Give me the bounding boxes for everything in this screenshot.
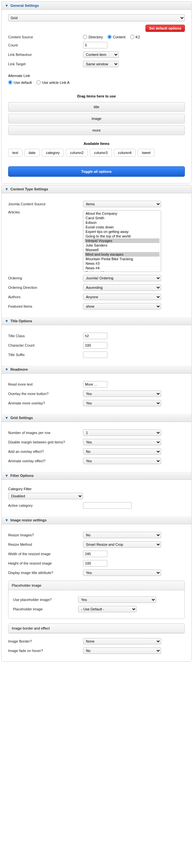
available-item[interactable]: date <box>24 149 40 157</box>
articles-label: Articles <box>8 210 83 214</box>
general-settings-header[interactable]: ▼ General Settings <box>2 2 191 10</box>
content-type-title: Content Type Settings <box>10 187 48 191</box>
use-placeholder-label: Use placeholder image? <box>13 598 78 601</box>
grid-animate-select[interactable]: Yes <box>83 458 161 464</box>
resize-width-input[interactable] <box>83 551 107 557</box>
content-source-k2[interactable]: K2 <box>130 35 140 39</box>
readmore-header[interactable]: ▼ Readmore <box>2 366 191 374</box>
title-attr-select[interactable]: Yes <box>83 569 161 576</box>
image-fade-select[interactable]: No <box>83 647 161 654</box>
available-item[interactable]: column3 <box>90 149 112 157</box>
count-label: Count <box>8 43 83 47</box>
altlink-linka[interactable]: Use article Link A <box>36 80 70 85</box>
grid-margin-select[interactable]: Yes <box>83 439 161 445</box>
jcs-select[interactable]: Items <box>83 201 161 207</box>
available-item[interactable]: category <box>42 149 64 157</box>
resize-images-select[interactable]: No <box>83 532 161 538</box>
used-item[interactable]: title <box>8 102 185 112</box>
image-resize-header[interactable]: ▼ Image resize settings <box>2 516 191 524</box>
content-source-directory[interactable]: Directory <box>83 35 103 39</box>
active-category-label: Active category <box>8 503 83 507</box>
link-behaviour-select[interactable]: Content item <box>83 51 119 58</box>
readmore-title: Readmore <box>10 367 28 371</box>
readmore-text-input[interactable] <box>83 381 107 388</box>
image-border-label: Image Border? <box>8 639 83 643</box>
grid-margin-label: Disable margin between grid items? <box>8 440 83 444</box>
charcount-input[interactable] <box>83 342 107 348</box>
grid-animate-label: Animate overlay effect? <box>8 459 83 463</box>
category-filter-select[interactable]: Disabled <box>8 493 83 499</box>
altlink-default[interactable]: Use default <box>8 80 32 85</box>
category-filter-label: Category Filter <box>8 487 185 491</box>
title-options-title: Title Options <box>10 319 32 323</box>
use-placeholder-select[interactable]: Yes <box>78 596 156 603</box>
resize-images-label: Resize Images? <box>8 533 83 537</box>
authors-label: Authors <box>8 295 83 299</box>
ordering-dir-select[interactable]: Ascending <box>83 284 161 291</box>
featured-select[interactable]: show <box>83 303 161 310</box>
available-item[interactable]: column4 <box>114 149 136 157</box>
active-category-input[interactable] <box>83 502 132 509</box>
placeholder-section-title: Placeholder image <box>8 581 185 590</box>
title-class-label: Title Class <box>8 334 83 338</box>
title-class-input[interactable] <box>83 333 107 339</box>
jcs-label: Joomla Content Source <box>8 202 83 206</box>
filter-options-header[interactable]: ▼ Filter Options <box>2 472 191 480</box>
available-item[interactable]: tweet <box>138 149 155 157</box>
collapse-icon: ▼ <box>5 416 8 420</box>
title-options-header[interactable]: ▼ Title Options <box>2 317 191 325</box>
placeholder-image-select[interactable]: - Use Default - <box>78 606 137 612</box>
articles-multiselect[interactable]: About the CompanyCarol SmithEdisonEurail… <box>83 210 161 272</box>
link-target-label: Link Target <box>8 62 83 66</box>
collapse-icon: ▼ <box>5 4 8 7</box>
resize-height-label: Height of the resized image <box>8 561 83 565</box>
resize-width-label: Width of the resized image <box>8 552 83 556</box>
available-item[interactable]: text <box>8 149 23 157</box>
available-item[interactable]: column2 <box>66 149 88 157</box>
image-border-select[interactable]: None <box>83 638 161 645</box>
title-attr-label: Display image title attribute? <box>8 571 83 575</box>
general-settings-title: General Settings <box>10 4 39 7</box>
overlay-more-select[interactable]: Yes <box>83 391 161 397</box>
collapse-icon: ▼ <box>5 518 8 522</box>
placeholder-image-label: Placeholder image <box>13 607 78 611</box>
title-suffix-input[interactable] <box>83 351 107 358</box>
collapse-icon: ▼ <box>5 367 8 371</box>
alternate-link-label: Alternate Link <box>8 74 185 78</box>
toggle-all-options-button[interactable]: Toggle all options <box>8 166 185 177</box>
image-resize-title: Image resize settings <box>10 518 47 522</box>
link-behaviour-label: Link Behaviour <box>8 53 83 57</box>
resize-method-select[interactable]: Smart Resize and Crop <box>83 541 161 548</box>
overlay-more-label: Overlay the more button? <box>8 392 83 396</box>
layout-select[interactable]: Grid <box>8 14 185 22</box>
used-item[interactable]: image <box>8 114 185 123</box>
grid-overlay-select[interactable]: No <box>83 448 161 455</box>
grid-overlay-label: Add an overlay effect? <box>8 450 83 454</box>
link-target-select[interactable]: Same window <box>83 61 119 67</box>
content-source-label: Content Source <box>8 35 83 39</box>
readmore-text-label: Read more text <box>8 382 83 386</box>
animate-more-select[interactable]: Yes <box>83 400 161 406</box>
image-fade-label: Image fade on hover? <box>8 649 83 653</box>
resize-height-input[interactable] <box>83 560 107 566</box>
set-default-options-button[interactable]: Set default options <box>145 25 185 32</box>
ordering-select[interactable]: Joomla! Ordering <box>83 275 161 281</box>
content-source-content[interactable]: Content <box>107 35 126 39</box>
count-input[interactable] <box>83 42 107 49</box>
ordering-dir-label: Ordering Direction <box>8 285 83 289</box>
resize-method-label: Resize Method <box>8 542 83 547</box>
used-item[interactable]: more <box>8 125 185 135</box>
used-items-list: titleimagemore <box>8 102 185 135</box>
available-items-list: textdatecategorycolumn2column3column4twe… <box>8 149 185 157</box>
drag-zone-title: Drag items here to use <box>8 94 185 98</box>
authors-select[interactable]: Anyone <box>83 294 161 300</box>
border-section-title: Image border and effect <box>8 624 185 633</box>
title-suffix-label: Title Suffix <box>8 353 83 357</box>
collapse-icon: ▼ <box>5 187 8 191</box>
grid-settings-header[interactable]: ▼ Grid Settings <box>2 414 191 422</box>
collapse-icon: ▼ <box>5 319 8 323</box>
perrow-label: Number of images per row <box>8 431 83 435</box>
perrow-select[interactable]: 1 <box>83 430 161 436</box>
content-type-header[interactable]: ▼ Content Type Settings <box>2 185 191 193</box>
filter-options-title: Filter Options <box>10 474 34 477</box>
